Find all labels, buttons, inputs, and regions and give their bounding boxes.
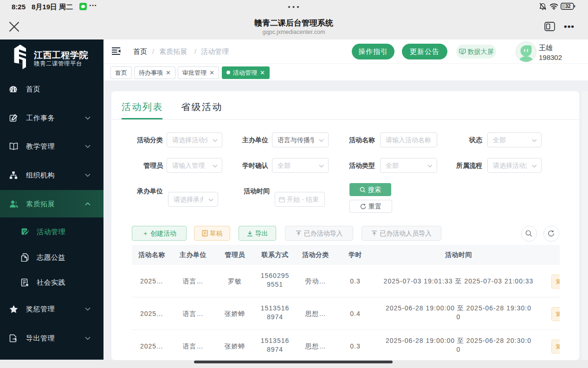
svg-text:32: 32 (565, 3, 571, 9)
